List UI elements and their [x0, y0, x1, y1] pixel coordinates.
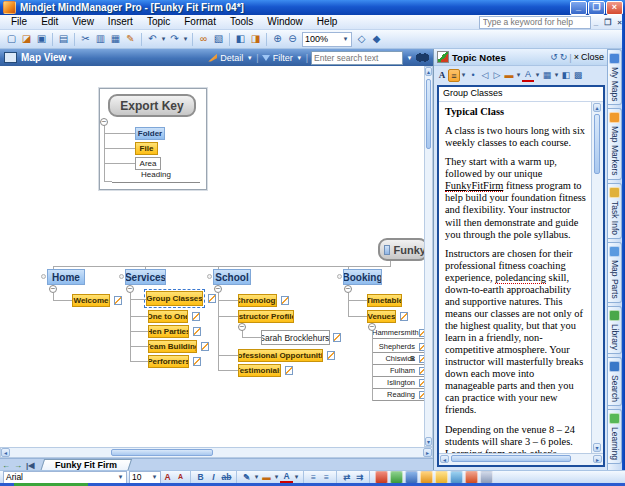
notes-indicator-icon[interactable] [193, 327, 201, 336]
map-topic-folder[interactable]: Folder [135, 127, 165, 140]
highlighter-icon[interactable]: ▬ [503, 69, 515, 82]
map-topic-professional-opportunities[interactable]: Professional Opportunities [238, 349, 323, 362]
undo-icon[interactable]: ↶ [145, 32, 160, 46]
bullet-list-icon[interactable]: • [467, 69, 479, 82]
undo-dropdown-icon[interactable]: ▾ [160, 35, 167, 43]
fill-color-icon[interactable]: ◧ [560, 69, 572, 82]
funkyfitfirm-link[interactable]: FunkyFitFirm [445, 180, 503, 192]
menu-help[interactable]: Help [310, 15, 345, 29]
map-topic-venue[interactable]: Chiswick [372, 353, 424, 365]
tab-search[interactable]: Search [608, 357, 622, 406]
nav-first-tab-icon[interactable]: |◀ [24, 461, 36, 470]
menu-topic[interactable]: Topic [140, 15, 177, 29]
map-vertical-scrollbar[interactable]: ▴ ▾ [424, 66, 433, 447]
table-icon[interactable]: ▦ [541, 69, 553, 82]
map-topic-chronology[interactable]: Chronology [238, 294, 277, 307]
menu-file[interactable]: File [4, 15, 34, 29]
menu-view[interactable]: View [65, 15, 101, 29]
map-topic-venue[interactable]: Reading [372, 389, 424, 401]
close-panel-x-icon[interactable]: × [574, 52, 579, 62]
notes-vscroll-thumb[interactable] [594, 114, 600, 174]
map-topic-team-building[interactable]: Team Building [148, 340, 197, 353]
new-document-icon[interactable]: ▢ [4, 32, 19, 46]
tab-map-markers[interactable]: Map Markers [608, 108, 622, 180]
alignment-dropdown-icon[interactable]: ▾ [460, 71, 467, 79]
scroll-up-icon[interactable]: ▴ [593, 103, 601, 112]
menu-edit[interactable]: Edit [34, 15, 65, 29]
hscroll-thumb[interactable] [111, 449, 213, 456]
find-binoculars-icon[interactable] [416, 53, 429, 62]
format-painter-icon[interactable]: ✎ [123, 32, 138, 46]
font-family-select[interactable]: Arial ▾ [3, 471, 127, 484]
notes-indicator-icon[interactable] [333, 333, 341, 342]
tab-library[interactable]: Library [608, 306, 622, 354]
font-size-select[interactable]: 10 ▾ [129, 471, 161, 484]
export-ppt-icon[interactable] [435, 471, 448, 484]
export-web-icon[interactable] [405, 471, 418, 484]
font-color-icon[interactable]: A [280, 471, 293, 483]
copy-icon[interactable]: ▥ [93, 32, 108, 46]
close-button[interactable]: × [606, 1, 623, 15]
insert-image-icon[interactable]: ▩ [572, 69, 584, 82]
notes-indicator-icon[interactable] [327, 351, 335, 360]
scroll-right-icon[interactable]: ▸ [423, 448, 432, 457]
vscroll-thumb[interactable] [426, 79, 431, 149]
map-horizontal-scrollbar[interactable]: ◂ ▸ [0, 447, 433, 458]
map-view-dropdown-icon[interactable]: ▾ [66, 54, 73, 62]
map-topic-group-classes[interactable]: Group Classes [146, 291, 203, 306]
indent-icon[interactable]: ▷ [491, 69, 503, 82]
tab-learning[interactable]: Learning [608, 409, 622, 464]
map-view-label[interactable]: Map View [21, 52, 66, 63]
italic-icon[interactable]: I [207, 471, 220, 483]
attachment-icon[interactable]: ▧ [211, 32, 226, 46]
collapse-panel-icon[interactable] [4, 52, 17, 63]
fit-map-icon[interactable]: ◇ [354, 32, 369, 46]
highlight-dropdown-icon[interactable]: ▾ [273, 473, 280, 481]
scroll-up-icon[interactable]: ▴ [425, 67, 432, 76]
collapse-icon[interactable]: − [100, 118, 108, 126]
map-topic-export-key[interactable]: Export Key [108, 94, 196, 117]
map-topic-heading[interactable]: Heading [112, 169, 200, 183]
maximize-button[interactable]: ❐ [588, 1, 605, 15]
nav-forward-icon[interactable]: → [12, 461, 24, 470]
grow-font-icon[interactable]: A [161, 471, 174, 483]
alignment-icon[interactable]: ≡ [448, 69, 460, 82]
align-left-icon[interactable]: ≡ [307, 471, 320, 483]
cut-icon[interactable]: ✂ [78, 32, 93, 46]
menu-format[interactable]: Format [177, 15, 223, 29]
menu-insert[interactable]: Insert [101, 15, 140, 29]
font-color-icon[interactable]: A [522, 69, 534, 82]
search-dropdown-icon[interactable]: ▾ [406, 54, 413, 62]
bold-icon[interactable]: B [194, 471, 207, 483]
map-topic-venue[interactable]: Fulham [372, 365, 424, 377]
notes-text-body[interactable]: Typical Class A class is two hours long … [439, 102, 591, 453]
collapse-map-icon[interactable]: ◆ [369, 32, 384, 46]
map-topic-venue[interactable]: Hammersmith [372, 327, 424, 339]
filter-button[interactable]: Filter [273, 53, 293, 63]
scroll-left-icon[interactable]: ◂ [1, 448, 10, 457]
table-dropdown-icon[interactable]: ▾ [553, 71, 560, 79]
notes-indicator-icon[interactable] [193, 357, 201, 366]
map-topic-performers[interactable]: Performers [148, 355, 189, 368]
menu-window[interactable]: Window [260, 15, 310, 29]
map-topic-instructor-profiles[interactable]: Instructor Profiles [238, 310, 294, 323]
package-icon[interactable] [390, 471, 403, 484]
zoom-level-select[interactable]: 100% ▾ [302, 32, 352, 47]
map-topic-venue[interactable]: Shepherds B [372, 341, 424, 353]
tab-map-parts[interactable]: Map Parts [608, 242, 622, 303]
outdent-icon[interactable]: ◁ [479, 69, 491, 82]
notes-indicator-icon[interactable] [114, 296, 122, 305]
export-pdf-icon[interactable] [375, 471, 388, 484]
pen-color-icon[interactable]: ✎ [240, 471, 253, 483]
arrange-icon[interactable]: ⇉ [353, 471, 366, 483]
notes-indicator-icon[interactable] [201, 342, 209, 351]
notes-indicator-icon[interactable] [208, 294, 216, 303]
open-icon[interactable]: ◪ [19, 32, 34, 46]
map-topic-venue[interactable]: Islington [372, 377, 424, 389]
notes-vertical-scrollbar[interactable]: ▴ ▾ [591, 102, 603, 453]
font-color-dropdown-icon[interactable]: ▾ [293, 473, 300, 481]
map-search-input[interactable] [311, 51, 403, 65]
help-search-input[interactable] [479, 16, 591, 29]
notes-hscroll-thumb[interactable] [451, 455, 571, 462]
add-subtopic-icon[interactable]: ◨ [248, 32, 263, 46]
